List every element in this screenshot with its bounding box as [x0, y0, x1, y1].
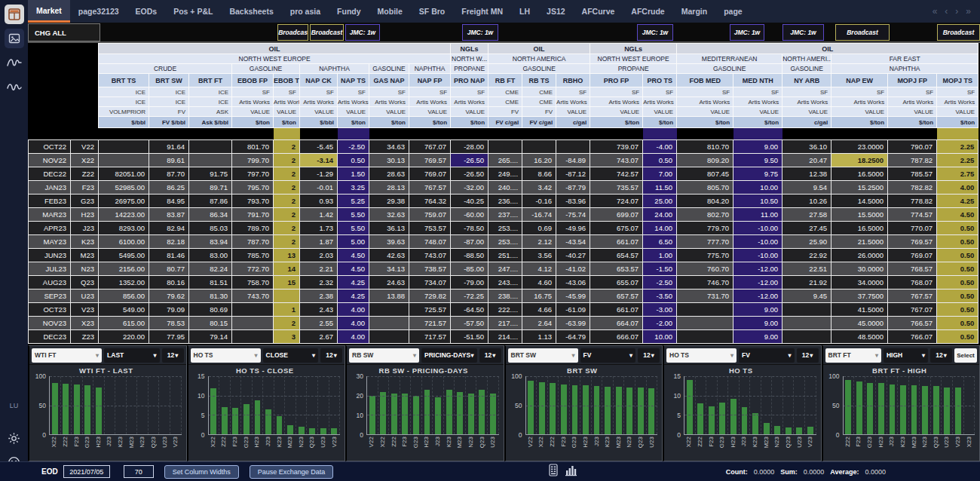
table-cell[interactable]: 0.50: [937, 235, 978, 249]
table-cell[interactable]: 2: [274, 317, 300, 330]
table-cell[interactable]: -43.54: [556, 235, 590, 249]
table-cell[interactable]: 0.50: [338, 154, 369, 167]
table-cell[interactable]: 89.61: [149, 154, 189, 167]
table-cell[interactable]: 78.53: [149, 317, 189, 330]
table-cell[interactable]: -3.14: [300, 154, 338, 167]
table-cell[interactable]: 21.92: [782, 276, 831, 290]
nav-tab-fundy[interactable]: Fundy: [329, 0, 369, 23]
table-cell[interactable]: 81.51: [189, 276, 232, 290]
table-cell[interactable]: 768.57: [888, 262, 937, 276]
table-cell[interactable]: [99, 140, 149, 154]
table-cell[interactable]: 26.0000: [831, 249, 888, 262]
field-select[interactable]: CLOSE▾: [263, 348, 318, 363]
table-cell[interactable]: 48.5000: [831, 330, 888, 344]
table-cell[interactable]: 82051.00: [99, 167, 149, 181]
table-cell[interactable]: 3.42: [522, 181, 556, 195]
table-cell[interactable]: 769.57: [888, 235, 937, 249]
table-cell[interactable]: -84.89: [556, 154, 590, 167]
table-cell[interactable]: 14.00: [643, 222, 677, 235]
table-cell[interactable]: [189, 154, 232, 167]
table-cell[interactable]: 243....: [488, 276, 522, 290]
contract-column-header[interactable]: BRT TS: [99, 74, 149, 87]
contract-column-header[interactable]: PRO TS: [643, 74, 677, 87]
table-cell[interactable]: 742.57: [590, 167, 643, 181]
table-cell[interactable]: 11.00: [733, 208, 782, 222]
table-cell[interactable]: 4.50: [338, 249, 369, 262]
table-cell[interactable]: 39.63: [369, 235, 409, 249]
table-cell[interactable]: 26975.00: [99, 195, 149, 208]
table-cell[interactable]: 80.16: [149, 276, 189, 290]
table-cell[interactable]: [677, 330, 733, 344]
contract-column-header[interactable]: RB FT: [488, 74, 522, 87]
table-cell[interactable]: 661.07: [590, 303, 643, 317]
table-cell[interactable]: 4.00: [937, 181, 978, 195]
table-cell[interactable]: 758.70: [232, 276, 274, 290]
table-cell[interactable]: 2.67: [300, 330, 338, 344]
depth-select[interactable]: 12▾: [930, 348, 952, 363]
table-cell[interactable]: -40.25: [451, 195, 488, 208]
pager-arrow-icon[interactable]: »: [966, 6, 971, 17]
table-cell[interactable]: -63.99: [556, 317, 590, 330]
table-cell[interactable]: [782, 317, 831, 330]
table-cell[interactable]: 746.70: [677, 276, 733, 290]
table-cell[interactable]: -45.99: [556, 290, 590, 303]
broadcast-button[interactable]: Broadcast: [937, 24, 980, 41]
table-cell[interactable]: 9.54: [782, 181, 831, 195]
table-cell[interactable]: 5495.00: [99, 249, 149, 262]
table-cell[interactable]: [556, 140, 590, 154]
table-cell[interactable]: [488, 140, 522, 154]
instrument-select[interactable]: BRT FT▾: [825, 348, 881, 363]
table-cell[interactable]: -12.00: [733, 290, 782, 303]
field-select[interactable]: FV▾: [580, 348, 635, 363]
table-cell[interactable]: 249....: [488, 167, 522, 181]
table-cell[interactable]: 3: [274, 330, 300, 344]
table-cell[interactable]: 760.70: [677, 262, 733, 276]
table-cell[interactable]: 3.56: [522, 249, 556, 262]
table-cell[interactable]: 87.70: [149, 167, 189, 181]
table-cell[interactable]: [782, 303, 831, 317]
table-cell[interactable]: -3.50: [643, 290, 677, 303]
pager-arrow-icon[interactable]: ›: [955, 6, 958, 17]
table-cell[interactable]: 777.70: [677, 235, 733, 249]
table-cell[interactable]: 1352.00: [99, 276, 149, 290]
table-cell[interactable]: 265....: [488, 154, 522, 167]
table-cell[interactable]: 1.73: [300, 222, 338, 235]
table-cell[interactable]: -1.29: [300, 167, 338, 181]
table-cell[interactable]: 85.03: [189, 222, 232, 235]
table-cell[interactable]: 6100.00: [99, 235, 149, 249]
table-cell[interactable]: 743.07: [409, 249, 451, 262]
table-cell[interactable]: 14.5000: [831, 195, 888, 208]
table-cell[interactable]: 5.50: [338, 222, 369, 235]
contract-column-header[interactable]: NAP CK: [300, 74, 338, 87]
table-cell[interactable]: 83.87: [149, 208, 189, 222]
table-cell[interactable]: [522, 140, 556, 154]
nav-tab-pro-asia[interactable]: pro asia: [282, 0, 329, 23]
table-cell[interactable]: 15: [274, 276, 300, 290]
table-cell[interactable]: 32.63: [369, 208, 409, 222]
table-cell[interactable]: 721.57: [409, 317, 451, 330]
table-cell[interactable]: 2.43: [300, 303, 338, 317]
table-cell[interactable]: 87.86: [189, 195, 232, 208]
table-cell[interactable]: -41.02: [556, 262, 590, 276]
instrument-select[interactable]: HO TS▾: [666, 348, 737, 363]
table-cell[interactable]: 236....: [488, 195, 522, 208]
page-size-input[interactable]: 70: [124, 465, 154, 478]
table-cell[interactable]: 787.82: [888, 154, 937, 167]
table-cell[interactable]: 549.00: [99, 303, 149, 317]
table-cell[interactable]: 7.00: [643, 167, 677, 181]
table-cell[interactable]: 91.64: [149, 140, 189, 154]
table-cell[interactable]: 22.92: [782, 249, 831, 262]
table-cell[interactable]: -26.50: [451, 167, 488, 181]
table-cell[interactable]: 4.00: [338, 303, 369, 317]
jmc-button[interactable]: JMC: 1w: [782, 24, 824, 41]
table-cell[interactable]: 37.7500: [831, 290, 888, 303]
table-cell[interactable]: 2.64: [522, 317, 556, 330]
table-cell[interactable]: 4.25: [338, 276, 369, 290]
table-cell[interactable]: 675.07: [590, 222, 643, 235]
table-cell[interactable]: 9.00: [733, 303, 782, 317]
depth-select[interactable]: 12▾: [479, 348, 501, 363]
table-cell[interactable]: 768.07: [888, 276, 937, 290]
table-cell[interactable]: -2.00: [643, 317, 677, 330]
table-cell[interactable]: 20.47: [782, 154, 831, 167]
table-cell[interactable]: 655.07: [590, 276, 643, 290]
